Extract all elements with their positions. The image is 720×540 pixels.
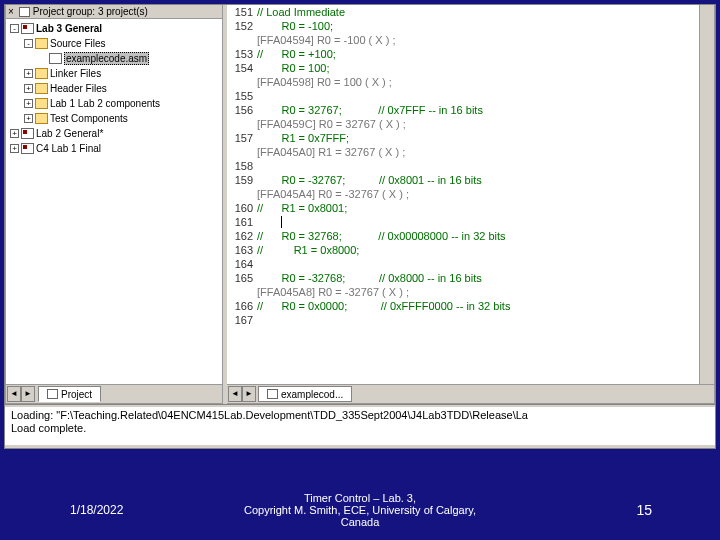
- code-line[interactable]: [FFA04598] R0 = 100 ( X ) ;: [257, 75, 699, 89]
- tree-item[interactable]: +C4 Lab 1 Final: [6, 141, 222, 156]
- line-number: 165: [227, 271, 253, 285]
- code-line[interactable]: [257, 257, 699, 271]
- line-number: [227, 75, 253, 89]
- code-line[interactable]: [FFA04594] R0 = -100 ( X ) ;: [257, 33, 699, 47]
- code-line[interactable]: R0 = 100;: [257, 61, 699, 75]
- slide-footer: 1/18/2022 Timer Control – Lab. 3, Copyri…: [0, 502, 720, 518]
- code-line[interactable]: [FFA045A4] R0 = -32767 ( X ) ;: [257, 187, 699, 201]
- code-line[interactable]: R0 = -100;: [257, 19, 699, 33]
- line-number: [227, 145, 253, 159]
- tree-item[interactable]: -Source Files: [6, 36, 222, 51]
- expand-icon[interactable]: +: [24, 84, 33, 93]
- output-console[interactable]: Loading: "F:\Teaching.Related\04ENCM415L…: [5, 405, 715, 445]
- line-number: 162: [227, 229, 253, 243]
- scrollbar-vertical[interactable]: [699, 5, 714, 384]
- code-line[interactable]: // R0 = 32768; // 0x00008000 -- in 32 bi…: [257, 229, 699, 243]
- close-icon[interactable]: ×: [8, 6, 14, 17]
- collapse-icon[interactable]: -: [24, 39, 33, 48]
- line-number: [227, 33, 253, 47]
- folder-icon: [35, 83, 48, 94]
- main-area: × Project group: 3 project(s) -Lab 3 Gen…: [5, 5, 715, 405]
- sidebar-tabs: ◄ ► Project: [6, 384, 222, 403]
- footer-page: 15: [636, 502, 652, 518]
- code-line[interactable]: [FFA045A8] R0 = -32767 ( X ) ;: [257, 285, 699, 299]
- console-line: Load complete.: [11, 422, 709, 435]
- expand-icon[interactable]: +: [10, 144, 19, 153]
- line-number: 163: [227, 243, 253, 257]
- code-line[interactable]: [FFA045A0] R1 = 32767 ( X ) ;: [257, 145, 699, 159]
- tree-item[interactable]: +Header Files: [6, 81, 222, 96]
- line-number: [227, 187, 253, 201]
- line-number: 153: [227, 47, 253, 61]
- editor-tabs: ◄ ► examplecod...: [227, 384, 714, 403]
- editor-body[interactable]: 151152 153154 155156 157 158159 16016116…: [227, 5, 714, 384]
- line-number: 160: [227, 201, 253, 215]
- line-number: [227, 117, 253, 131]
- line-number: 161: [227, 215, 253, 229]
- tree-item-label: Linker Files: [50, 68, 101, 79]
- line-number: 151: [227, 5, 253, 19]
- footer-title: Timer Control – Lab. 3, Copyright M. Smi…: [244, 492, 476, 528]
- folder-icon: [35, 68, 48, 79]
- project-tree[interactable]: -Lab 3 General-Source Filesexamplecode.a…: [6, 19, 222, 204]
- code-line[interactable]: [257, 313, 699, 327]
- line-number: 159: [227, 173, 253, 187]
- code-line[interactable]: [257, 215, 699, 229]
- proj-icon: [21, 23, 34, 34]
- tree-item[interactable]: +Lab 2 General*: [6, 126, 222, 141]
- line-number: 155: [227, 89, 253, 103]
- tree-item[interactable]: +Lab 1 Lab 2 components: [6, 96, 222, 111]
- code-line[interactable]: // R0 = 0x0000; // 0xFFFF0000 -- in 32 b…: [257, 299, 699, 313]
- sidebar-header: × Project group: 3 project(s): [6, 5, 222, 19]
- proj-icon: [21, 143, 34, 154]
- line-number: 164: [227, 257, 253, 271]
- ide-window: × Project group: 3 project(s) -Lab 3 Gen…: [4, 4, 716, 449]
- code-line[interactable]: R0 = -32768; // 0x8000 -- in 16 bits: [257, 271, 699, 285]
- tab-scroll-left[interactable]: ◄: [7, 386, 21, 402]
- tree-item[interactable]: +Test Components: [6, 111, 222, 126]
- line-number: 157: [227, 131, 253, 145]
- line-number: 166: [227, 299, 253, 313]
- footer-date: 1/18/2022: [70, 503, 123, 517]
- tab-project[interactable]: Project: [38, 386, 101, 402]
- code-line[interactable]: // R0 = +100;: [257, 47, 699, 61]
- expand-icon[interactable]: +: [24, 114, 33, 123]
- code-line[interactable]: R0 = 32767; // 0x7FFF -- in 16 bits: [257, 103, 699, 117]
- editor-tab-scroll-right[interactable]: ►: [242, 386, 256, 402]
- console-line: Loading: "F:\Teaching.Related\04ENCM415L…: [11, 409, 709, 422]
- folder-icon: [35, 98, 48, 109]
- editor-tab-label: examplecod...: [281, 389, 343, 400]
- project-tab-icon: [47, 389, 58, 399]
- expand-icon[interactable]: +: [10, 129, 19, 138]
- tree-item-label: Lab 2 General*: [36, 128, 103, 139]
- code-line[interactable]: // R1 = 0x8001;: [257, 201, 699, 215]
- code-line[interactable]: // R1 = 0x8000;: [257, 243, 699, 257]
- folder-icon: [35, 113, 48, 124]
- collapse-icon[interactable]: -: [10, 24, 19, 33]
- code-line[interactable]: // Load Immediate: [257, 5, 699, 19]
- code-line[interactable]: R0 = -32767; // 0x8001 -- in 16 bits: [257, 173, 699, 187]
- line-number: 152: [227, 19, 253, 33]
- tree-item-label: Header Files: [50, 83, 107, 94]
- folder-open-icon: [35, 38, 48, 49]
- expand-icon[interactable]: +: [24, 69, 33, 78]
- editor-pane: 151152 153154 155156 157 158159 16016116…: [227, 5, 715, 404]
- code-line[interactable]: [FFA0459C] R0 = 32767 ( X ) ;: [257, 117, 699, 131]
- code-line[interactable]: [257, 89, 699, 103]
- editor-tab-scroll-left[interactable]: ◄: [228, 386, 242, 402]
- tree-item[interactable]: -Lab 3 General: [6, 21, 222, 36]
- expand-icon[interactable]: +: [24, 99, 33, 108]
- tree-item-label: Lab 3 General: [36, 23, 102, 34]
- line-number: 158: [227, 159, 253, 173]
- proj-icon: [21, 128, 34, 139]
- tree-item[interactable]: +Linker Files: [6, 66, 222, 81]
- editor-tab-active[interactable]: examplecod...: [258, 386, 352, 402]
- line-number: 154: [227, 61, 253, 75]
- tree-item-label: C4 Lab 1 Final: [36, 143, 101, 154]
- code-line[interactable]: R1 = 0x7FFF;: [257, 131, 699, 145]
- code-area[interactable]: // Load Immediate R0 = -100;[FFA04594] R…: [257, 5, 699, 384]
- tree-item-label: Lab 1 Lab 2 components: [50, 98, 160, 109]
- tree-item[interactable]: examplecode.asm: [6, 51, 222, 66]
- tab-scroll-right[interactable]: ►: [21, 386, 35, 402]
- code-line[interactable]: [257, 159, 699, 173]
